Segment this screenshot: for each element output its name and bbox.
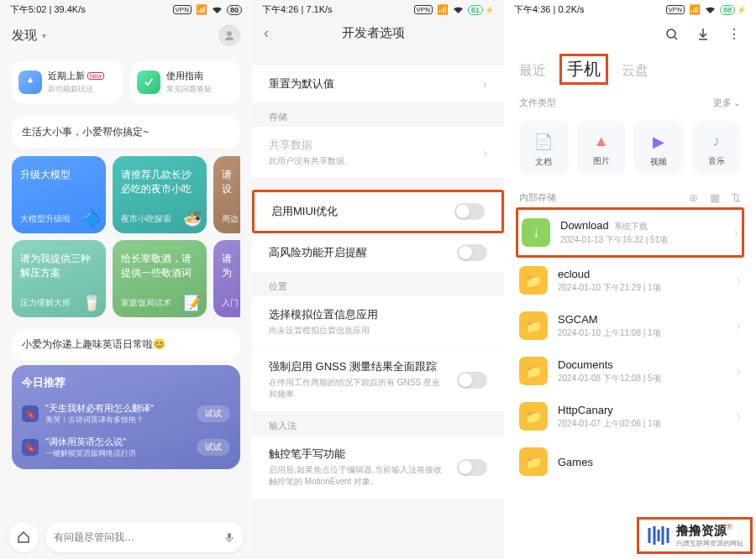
row-gnss[interactable]: 强制启用 GNSS 测量结果全面跟踪在停用工作周期的情况下跟踪所有 GNSS 星… xyxy=(252,348,504,411)
row-mock-location[interactable]: 选择模拟位置信息应用尚未设置模拟位置信息应用 xyxy=(252,296,504,347)
status-bar: 下午4:26 | 7.1K/s VPN 📶 61⚡ xyxy=(252,0,504,18)
image-icon: ▲ xyxy=(594,133,609,150)
highlight-box: ↓ Download系统下载2024-01-13 下午16:32 | 51项 › xyxy=(516,207,744,258)
more-icon[interactable]: ⋮ xyxy=(727,26,741,42)
tab-recent[interactable]: 最近 xyxy=(519,62,546,80)
new-badge: New xyxy=(87,72,104,80)
toggle-gnss[interactable] xyxy=(457,372,487,389)
group-ime: 输入法 xyxy=(252,411,504,436)
folder-row[interactable]: 📁 Games xyxy=(504,439,756,484)
tile-relax[interactable]: 请为我提供三种解压方案 压力缓解大师 🥛 xyxy=(12,240,106,317)
row-risk-remind[interactable]: 高风险功能开启提醒 xyxy=(252,233,504,272)
folder-icon: 📁 xyxy=(519,402,548,431)
folder-row[interactable]: 📁 Documents2024-01-08 下午12:08 | 5项 › xyxy=(504,348,756,394)
row-stylus[interactable]: 触控笔手写功能启用后,如果焦点位于编辑器,当前输入法将接收触控笔的 Motion… xyxy=(252,436,504,499)
chevron-down-icon[interactable]: ▾ xyxy=(42,31,46,40)
signal-icon: 📶 xyxy=(196,4,207,15)
folder-row[interactable]: 📁 ecloud2024-01-10 下午21:29 | 1项 › xyxy=(504,258,756,303)
folder-row[interactable]: 📁 HttpCanary2024-01-07 上午02:06 | 1项 › xyxy=(504,394,756,439)
chevron-right-icon: › xyxy=(737,273,741,288)
cup-icon: 🥛 xyxy=(82,294,101,312)
try-button[interactable]: 试试 xyxy=(197,439,230,456)
page-title: 发现 xyxy=(12,28,37,44)
status-time: 下午5:02 | 39.4K/s xyxy=(10,3,86,16)
header-icons: ⋮ xyxy=(504,18,756,50)
chevron-right-icon: › xyxy=(737,363,741,379)
screenshot-discover: 下午5:02 | 39.4K/s VPN 📶 80 发现 ▾ 近期上新New 新… xyxy=(0,0,252,559)
card-guide[interactable]: 使用指南 常见问题答疑 xyxy=(130,61,240,103)
tile-model[interactable]: 升级大模型 大模型升级啦 🔷 xyxy=(12,156,106,233)
home-button[interactable] xyxy=(8,522,39,552)
cube-icon: 🔷 xyxy=(82,210,101,228)
vpn-icon: VPN xyxy=(173,5,192,14)
chevron-right-icon: › xyxy=(483,146,487,159)
svg-point-0 xyxy=(227,31,232,36)
status-time: 下午4:26 | 7.1K/s xyxy=(262,3,333,16)
toggle-miui[interactable] xyxy=(454,203,485,220)
tab-cloud[interactable]: 云盘 xyxy=(622,62,648,80)
svg-rect-1 xyxy=(228,533,231,539)
search-icon[interactable] xyxy=(665,28,679,41)
screenshot-devoptions: 下午4:26 | 7.1K/s VPN 📶 61⚡ ‹ 开发者选项 重置为默认值… xyxy=(252,0,504,559)
folder-row-download[interactable]: ↓ Download系统下载2024-01-13 下午16:32 | 51项 › xyxy=(518,210,742,255)
folder-icon: ↓ xyxy=(522,218,550,247)
group-storage: 存储 xyxy=(252,102,504,127)
battery-icon: 88 xyxy=(720,5,735,15)
rocket-icon xyxy=(18,71,42,94)
watermark: 撸撸资源® 白嫖互联网资源的网站 xyxy=(637,517,753,554)
music-icon: ♪ xyxy=(712,133,720,150)
bookmark-icon: 🔖 xyxy=(22,405,39,422)
page-title: 开发者选项 xyxy=(269,25,477,41)
search-input[interactable] xyxy=(54,531,223,543)
header: ‹ 开发者选项 xyxy=(252,18,504,49)
cat-music[interactable]: ♪音乐 xyxy=(692,121,742,175)
grid-view-icon[interactable]: ▦ xyxy=(710,191,720,204)
suggestion-bar: 生活大小事，小爱帮你搞定~ xyxy=(12,117,240,148)
note-icon: 📝 xyxy=(183,294,202,312)
chevron-right-icon: › xyxy=(734,225,738,240)
more-link[interactable]: 更多 ⌄ xyxy=(713,97,741,109)
toggle-stylus[interactable] xyxy=(457,459,487,476)
cat-images[interactable]: ▲图片 xyxy=(577,121,627,175)
play-icon: ▶ xyxy=(653,133,664,151)
doc-icon: 📄 xyxy=(534,133,553,151)
today-heading: 今日推荐 xyxy=(22,375,230,390)
cat-videos[interactable]: ▶视频 xyxy=(634,121,684,175)
row-miui-opt[interactable]: 启用MIUI优化 xyxy=(255,192,501,231)
row-share-data[interactable]: 共享数据此用户没有共享数据。 › xyxy=(252,127,504,178)
highlight-box: 启用MIUI优化 xyxy=(252,190,504,233)
try-button[interactable]: 试试 xyxy=(197,405,230,422)
card-recent-new[interactable]: 近期上新New 新功能新玩法 xyxy=(12,61,122,103)
avatar[interactable] xyxy=(218,24,240,46)
chevron-right-icon: › xyxy=(737,318,741,333)
tabs: 最近 手机 云盘 xyxy=(504,50,756,93)
today-card: 今日推荐 🔖 "天生我材必有用怎么翻译"美哭！古诗词英译有多惊艳？ 试试 🔖 "… xyxy=(12,365,240,469)
folder-row[interactable]: 📁 SGCAM2024-01-10 上午11:08 | 1项 › xyxy=(504,303,756,348)
status-bar: 下午4:36 | 0.2K/s VPN 📶 88⚡ xyxy=(504,0,756,18)
today-row[interactable]: 🔖 "天生我材必有用怎么翻译"美哭！古诗词英译有多惊艳？ 试试 xyxy=(22,397,230,431)
chevron-right-icon: › xyxy=(737,409,741,424)
tile-cut2[interactable]: 请为 入门 xyxy=(213,240,240,317)
search-bar[interactable] xyxy=(45,522,244,552)
folder-icon: 📁 xyxy=(519,266,548,295)
sort-icon[interactable]: ⇅ xyxy=(732,191,741,204)
tab-phone[interactable]: 手机 xyxy=(559,54,608,85)
add-folder-icon[interactable]: ⊕ xyxy=(689,191,698,204)
suggestion-bar-2: 小爱为你递上趣味英语日常啦😊 xyxy=(12,329,240,360)
status-time: 下午4:36 | 0.2K/s xyxy=(514,3,585,16)
today-row[interactable]: 🔖 "调休用英语怎么说"一键解锁英语版网络流行语 试试 xyxy=(22,431,230,464)
cat-docs[interactable]: 📄文档 xyxy=(519,121,569,175)
signal-icon: 📶 xyxy=(437,4,449,15)
mic-icon[interactable] xyxy=(223,531,235,543)
tile-cut1[interactable]: 请设 周边 xyxy=(213,156,240,233)
header: 发现 ▾ xyxy=(0,18,252,53)
battery-icon: 80 xyxy=(227,5,242,15)
tile-toast[interactable]: 给长辈敬酒，请提供一些敬酒词 家庭饭局话术 📝 xyxy=(113,240,207,317)
folder-icon: 📁 xyxy=(519,311,548,340)
row-reset[interactable]: 重置为默认值 › xyxy=(252,65,504,102)
logo-icon xyxy=(646,525,671,546)
toggle-risk[interactable] xyxy=(457,244,487,261)
download-icon[interactable] xyxy=(697,28,709,41)
status-bar: 下午5:02 | 39.4K/s VPN 📶 80 xyxy=(0,0,252,18)
tile-food[interactable]: 请推荐几款长沙必吃的夜市小吃 夜市小吃探索 🍜 xyxy=(113,156,207,233)
